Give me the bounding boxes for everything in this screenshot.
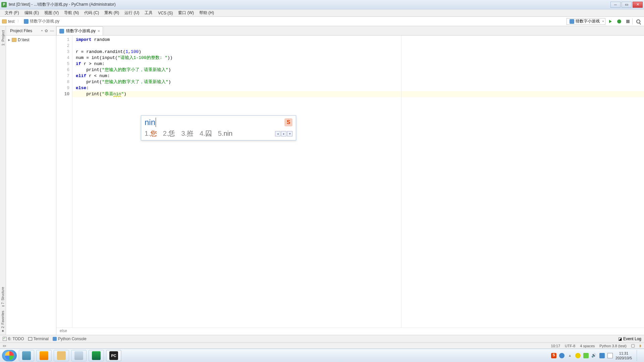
menu-file[interactable]: 文件 (F) [2,9,22,16]
menu-view[interactable]: 视图 (V) [42,9,61,16]
volume-icon[interactable]: 🔊 [591,353,597,358]
bug-icon [617,19,621,23]
indent-settings[interactable]: 4 spaces [580,344,595,348]
tray-icon[interactable] [583,353,589,358]
play-icon [609,20,612,23]
python-file-icon [59,29,64,34]
python-interpreter[interactable]: Python 3.8 (test) [599,344,627,348]
start-button[interactable] [2,350,17,361]
tab-project[interactable]: 1: Project [0,28,6,48]
editor-body[interactable]: 1 2 3 4 5 6 7 8 9 10 import random r = r… [56,36,644,327]
dropdown-icon[interactable]: ▾ [41,29,43,32]
menu-edit[interactable]: 编辑 (E) [22,9,42,16]
taskbar-app-1[interactable] [19,350,34,361]
tree-root-label: D:\test [18,38,30,42]
ime-candidate-1[interactable]: 1.您 [145,129,157,138]
ime-candidate-4[interactable]: 4.囜 [200,129,212,138]
app-icon [92,351,101,360]
menu-code[interactable]: 代码 (C) [82,9,102,16]
ime-prev-button[interactable]: ◂ [275,131,280,136]
caret-position[interactable]: 10:17 [551,344,560,348]
menu-tools[interactable]: 工具 [142,9,155,16]
todo-icon [3,337,7,341]
network-icon[interactable] [599,353,605,358]
project-pane-title[interactable]: Project Files [10,28,39,33]
ime-expand-button[interactable]: ▾ [287,131,292,136]
breadcrumb[interactable]: test 〉 猜数字小游戏.py [2,18,59,24]
window-title: test [D:\test] - ...\猜数字小游戏.py - PyCharm… [9,2,610,7]
tree-root[interactable]: ▶ D:\test [6,37,56,43]
editor-tab-active[interactable]: 猜数字小游戏.py × [56,26,103,35]
menu-help[interactable]: 帮助 (H) [197,9,217,16]
windows-taskbar: PC S ▴ 🔊 11:31 2020/10/5 [0,349,644,362]
folder-icon [12,38,16,42]
folder-icon [2,19,7,23]
menu-navigate[interactable]: 导航 (N) [61,9,82,16]
project-pane: Project Files ▾ ✿ — ▶ D:\test [6,26,56,335]
show-desktop-button[interactable] [637,350,641,361]
search-icon [636,19,640,23]
status-icon[interactable]: ▭ [3,344,6,348]
gear-icon[interactable]: ✿ [45,28,48,33]
calc-icon [74,351,83,360]
window-titlebar: P test [D:\test] - ...\猜数字小游戏.py - PyCha… [0,0,644,9]
run-configuration-selector[interactable]: 猜数字小游戏 [567,18,605,25]
ime-candidate-3[interactable]: 3.拰 [181,129,194,138]
stop-button[interactable] [624,18,632,25]
tab-structure[interactable]: ⫿ 7: Structure [0,285,6,309]
ime-next-button[interactable]: ▸ [281,131,286,136]
menu-run[interactable]: 运行 (U) [122,9,142,16]
lock-icon[interactable] [631,344,635,348]
tab-favorites[interactable]: ★ 2: Favorites [0,309,5,335]
left-tool-tabs: 1: Project ⫿ 7: Structure ★ 2: Favorites [0,26,6,335]
editor-tab-label: 猜数字小游戏.py [66,28,96,34]
sogou-ime-icon: S [284,118,292,126]
taskbar-app-2[interactable] [36,350,52,361]
close-tab-icon[interactable]: × [98,29,100,34]
tab-terminal[interactable]: Terminal [28,337,49,341]
tab-todo[interactable]: 6: TODO [3,337,24,341]
taskbar-clock[interactable]: 11:31 2020/10/5 [615,351,632,360]
taskbar-app-3[interactable] [54,350,69,361]
action-center-icon[interactable] [607,353,613,358]
ime-candidate-2[interactable]: 2.恁 [163,129,175,138]
help-tray-icon[interactable] [559,353,565,358]
ime-candidate-5[interactable]: 5.nin [218,130,232,137]
expand-tray-icon[interactable]: ▴ [567,353,573,358]
debug-button[interactable] [615,18,623,25]
minimize-button[interactable]: ─ [610,2,621,8]
navigation-bar: test 〉 猜数字小游戏.py 猜数字小游戏 [0,17,644,26]
sogou-tray-icon[interactable]: S [551,353,556,358]
hide-button[interactable]: — [50,28,54,33]
ime-candidates: 1.您 2.恁 3.拰 4.囜 5.nin ◂ ▸ ▾ [145,129,292,138]
wmp-icon [40,351,48,360]
event-log-button[interactable]: ◪Event Log [618,337,641,341]
menu-vcs[interactable]: VCS (S) [155,10,175,16]
tray-icon[interactable] [575,353,581,358]
app-icon [22,351,31,360]
ime-candidate-popup[interactable]: nin S 1.您 2.恁 3.拰 4.囜 5.nin ◂ ▸ ▾ [141,115,296,140]
code-area[interactable]: import random r = random.randint(1,100) … [72,36,644,327]
taskbar-app-4[interactable] [71,350,87,361]
taskbar-pycharm[interactable]: PC [106,350,121,361]
menu-refactor[interactable]: 重构 (R) [102,9,122,16]
tab-python-console[interactable]: Python Console [53,337,87,341]
run-button[interactable] [607,18,614,25]
code-breadcrumb[interactable]: else [56,327,644,335]
menu-window[interactable]: 窗口 (W) [175,9,197,16]
python-file-icon [570,19,574,24]
taskbar-app-5[interactable] [89,350,104,361]
file-encoding[interactable]: UTF-8 [565,344,575,348]
line-gutter: 1 2 3 4 5 6 7 8 9 10 [56,36,72,327]
pycharm-icon: P [1,2,7,7]
breadcrumb-project: test [8,19,14,24]
separator [632,18,633,24]
inspection-icon[interactable]: ◗ [639,344,641,348]
search-everywhere-button[interactable] [635,18,642,25]
maximize-button[interactable]: ▭ [622,2,632,8]
expand-arrow-icon[interactable]: ▶ [8,38,10,42]
breadcrumb-separator: 〉 [17,18,21,24]
event-log-icon: ◪ [618,337,622,341]
project-tree[interactable]: ▶ D:\test [6,36,56,44]
close-button[interactable]: ✕ [633,2,643,8]
